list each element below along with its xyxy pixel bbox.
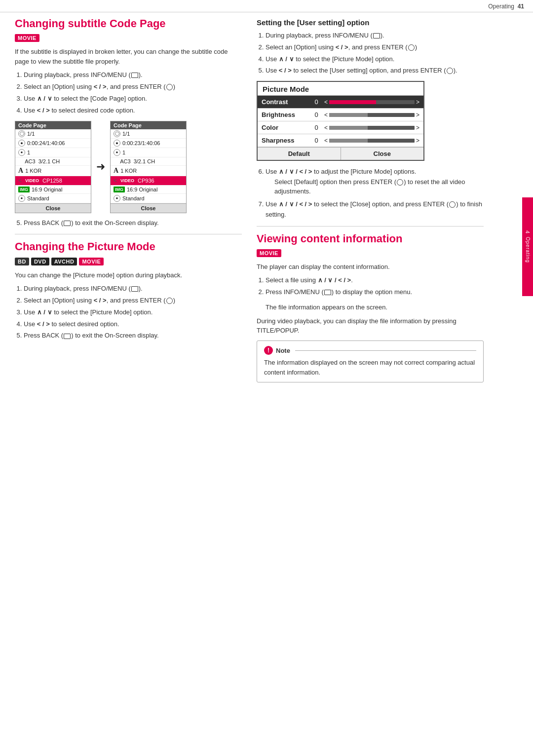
step-2a: Select an [Option] using < / >, and pres… [24, 82, 242, 92]
cp-after-audio: 1 [122, 150, 125, 155]
pm-contrast-left-arrow: < [324, 99, 328, 106]
pm-color-left-arrow: < [324, 124, 328, 131]
ci-step-1: Select a file using ∧ / ∨ / < / >. [266, 275, 484, 286]
cp-after-badge-green: IMG [114, 187, 125, 192]
cp-row-audio2: AC3 3/2.1 CH [15, 157, 91, 166]
pm-brightness-bar-fill [329, 113, 368, 117]
side-tab-section: Operating [525, 237, 531, 263]
us-step-6: Use ∧ / ∨ / < / > to adjust the [Picture… [266, 167, 484, 196]
cp-close-btn-before[interactable]: Close [15, 203, 91, 213]
pm-step-4: Use < / > to select desired option. [24, 319, 242, 330]
section-subtitle-codepage: Changing subtitle Code Page MOVIE If the… [15, 17, 242, 228]
pm-step-2: Select an [Option] using < / >, and pres… [24, 296, 242, 306]
picture-mode-dialog-title: Picture Mode [258, 82, 423, 96]
note-header: ! Note [264, 346, 476, 356]
pm-brightness-bar-bg [329, 113, 415, 117]
cp-after-badge: VIDEO [119, 178, 136, 184]
pm-color-value: 0 [311, 124, 321, 131]
pm-default-button[interactable]: Default [258, 148, 341, 160]
cp-after-row-cp-selected: < VIDEO CP936 [111, 176, 186, 186]
us-step-5: Use < / > to select the [User setting] o… [266, 66, 484, 76]
cp-after-row-disc: ◯ 1/1 [111, 129, 186, 139]
pm-color-bar-fill [329, 126, 368, 130]
page-header: Operating 41 [0, 0, 533, 12]
pm-row-contrast: Contrast 0 < > [258, 96, 423, 109]
badge-bd: BD [15, 258, 29, 265]
pm-row-brightness: Brightness 0 < > [258, 109, 423, 121]
cp-row-sub: A 1 KOR [15, 166, 91, 176]
step-5a: Press BACK () to exit the On-Screen disp… [24, 218, 242, 228]
info-menu-icon-1 [131, 73, 138, 78]
mode-icon-2: ● [114, 195, 120, 202]
enter-circle-icon-6 [449, 201, 456, 208]
cp-left-arr: < [18, 177, 22, 184]
pm-contrast-bar-bg [329, 100, 415, 104]
pm-brightness-left-arrow: < [324, 112, 328, 118]
divider-2 [257, 226, 484, 227]
cp-after-row-sub: A 1 KOR [111, 166, 186, 176]
pm-sharpness-left-arrow: < [324, 137, 328, 144]
sub-icon-a: A [18, 167, 23, 175]
pm-close-button[interactable]: Close [341, 148, 424, 160]
pm-brightness-bar: < > [324, 112, 419, 118]
step-1a: During playback, press INFO/MENU (). [24, 70, 242, 80]
pm-contrast-value: 0 [311, 98, 321, 106]
side-tab: 4 Operating [522, 197, 533, 296]
audio-icon-2: ● [114, 149, 120, 156]
back-icon-1 [64, 221, 71, 226]
badge-dvd: DVD [31, 258, 49, 265]
cp-after-sub: 1 KOR [120, 168, 137, 174]
cp-audio: 1 [27, 150, 30, 155]
cp-row-audio: ● 1 [15, 148, 91, 157]
pm-step-1: During playback, press INFO/MENU (). [24, 284, 242, 294]
cp-badge-green: IMG [18, 187, 30, 192]
badge-movie-2: MOVIE [79, 258, 104, 265]
content-info-steps: Select a file using ∧ / ∨ / < / >. Press… [257, 275, 484, 298]
cp-timecode: 0:00:24/1:40:06 [27, 140, 65, 146]
enter-circle-icon-1 [166, 84, 173, 90]
disc-icon-2: ◯ [114, 130, 120, 137]
section-title-picture: Changing the Picture Mode [15, 240, 242, 253]
ci-body2: During video playback, you can display t… [257, 316, 484, 336]
picture-mode-steps: During playback, press INFO/MENU (). Sel… [15, 284, 242, 341]
badge-avchd: AVCHD [51, 258, 77, 265]
pm-brightness-label: Brightness [262, 111, 308, 118]
left-column: Changing subtitle Code Page MOVIE If the… [15, 17, 242, 382]
cp-time1: 1/1 [27, 131, 35, 137]
cp-after-aspect: 16:9 Original [127, 187, 157, 192]
main-content: Changing subtitle Code Page MOVIE If the… [0, 12, 533, 392]
subtitle-badge-row: MOVIE [15, 34, 242, 42]
picture-mode-body: You can change the [Picture mode] option… [15, 270, 242, 280]
cp-value-before: CP1258 [42, 178, 62, 184]
arrow-right: ➜ [96, 160, 105, 173]
pm-sharpness-bar-bg [329, 139, 415, 143]
section-content-info: Viewing content information MOVIE The pl… [257, 232, 484, 382]
section-title-content-info: Viewing content information [257, 232, 484, 245]
ci-after-step2: The file information appears on the scre… [257, 302, 484, 312]
pm-step-3: Use ∧ / ∨ to select the [Picture Mode] o… [24, 307, 242, 318]
cp-sub: 1 KOR [25, 168, 41, 174]
pm-footer: Default Close [258, 147, 423, 160]
sub-icon-a-2: A [114, 167, 118, 175]
info-menu-icon-4 [324, 290, 331, 295]
cp-after-row-time: ● 0:00:23/1:40:06 [111, 139, 186, 148]
content-info-badge-row: MOVIE [257, 249, 484, 257]
enter-circle-icon-4 [447, 68, 453, 74]
subtitle-step5: Press BACK () to exit the On-Screen disp… [15, 218, 242, 228]
us-step-6-sub: Select [Default] option then press ENTER… [266, 177, 484, 196]
section-label: Operating [488, 3, 514, 10]
back-icon-2 [64, 334, 71, 339]
codepage-before: Code Page ◯ 1/1 ● 0:00:24/1:40:06 ● 1 [15, 121, 91, 213]
codepage-after-header: Code Page [111, 121, 186, 129]
ci-step-2: Press INFO/MENU () to display the option… [266, 287, 484, 298]
note-label: Note [276, 346, 290, 356]
note-text: The information displayed on the screen … [264, 358, 476, 377]
cp-after-row-mode: ● Standard [111, 194, 186, 203]
cp-mode: Standard [27, 195, 49, 201]
cp-value-after: CP936 [138, 178, 154, 184]
cp-close-btn-after[interactable]: Close [111, 203, 186, 213]
cp-after-left-arr: < [114, 177, 117, 184]
codepage-screenshots: Code Page ◯ 1/1 ● 0:00:24/1:40:06 ● 1 [15, 121, 242, 213]
pm-contrast-label: Contrast [262, 98, 308, 106]
divider-1 [15, 234, 242, 234]
